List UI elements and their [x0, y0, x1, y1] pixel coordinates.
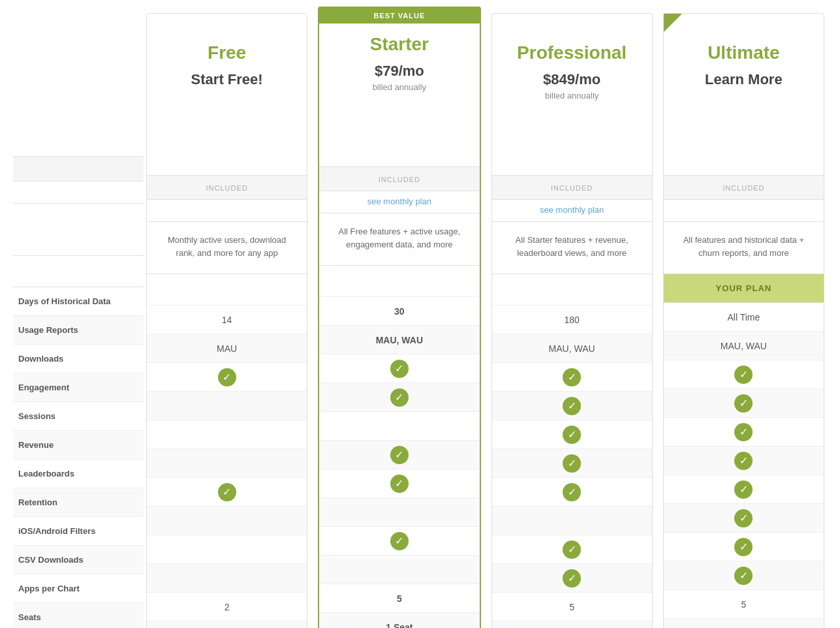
plan-header-starter: Starter$79/mobilled annually — [319, 24, 479, 167]
your-plan-badge: YOUR PLAN — [664, 274, 824, 303]
label-your-plan-spacer — [13, 256, 144, 287]
plan-header-ultimate: UltimateLearn More — [664, 32, 824, 176]
plan-header-professional: Professional$849/mobilled annually — [492, 32, 652, 176]
checkmark-icon-free-leaderboards — [218, 483, 236, 501]
plan-billing-starter: billed annually — [373, 82, 426, 92]
cell-ultimate-engagement — [664, 389, 824, 418]
checkmark-icon-ultimate-downloads — [734, 366, 753, 384]
checkmark-icon-ultimate-csv_downloads — [734, 567, 753, 585]
included-section-professional: INCLUDED — [492, 176, 652, 200]
label-features-spacer — [13, 204, 144, 256]
your-plan-spacer-professional — [492, 274, 652, 306]
included-label-starter: INCLUDED — [379, 176, 420, 183]
cell-starter-seats: 1 Seat — [319, 613, 479, 628]
cell-professional-days_historical: 180 — [492, 306, 652, 334]
cell-professional-apps_per_chart: 5 — [492, 593, 652, 621]
cell-ultimate-apps_per_chart: 5 — [664, 590, 824, 619]
cell-ultimate-days_historical: All Time — [664, 303, 824, 332]
banner-spacer — [664, 14, 824, 32]
plan-price-professional: $849/mo — [543, 71, 600, 88]
cell-free-downloads — [147, 363, 307, 392]
plan-price-starter: $79/mo — [375, 63, 424, 80]
cell-starter-csv_downloads — [319, 556, 479, 584]
checkmark-icon-professional-downloads — [563, 368, 581, 386]
included-label-ultimate: INCLUDED — [723, 184, 764, 192]
checkmark-icon-ultimate-revenue — [734, 452, 753, 470]
see-monthly-ultimate — [664, 200, 824, 222]
plan-cta-ultimate[interactable]: Learn More — [705, 71, 783, 88]
label-row-days_historical: Days of Historical Data — [13, 287, 144, 316]
cell-ultimate-leaderboards — [664, 475, 824, 504]
label-row-engagement: Engagement — [13, 373, 144, 402]
cell-ultimate-revenue — [664, 447, 824, 475]
included-section-free: INCLUDED — [147, 176, 307, 200]
see-monthly-professional[interactable]: see monthly plan — [492, 200, 652, 222]
cell-free-engagement — [147, 392, 307, 420]
cell-ultimate-sessions — [664, 418, 824, 447]
plan-col-ultimate: UltimateLearn MoreINCLUDEDAll features a… — [663, 13, 824, 628]
cell-free-csv_downloads — [147, 564, 307, 593]
features-desc-ultimate: All features and historical data + churn… — [664, 222, 824, 274]
cell-professional-seats: 1 Seat — [492, 621, 652, 628]
cell-starter-retention — [319, 498, 479, 527]
plan-col-starter: BEST VALUEStarter$79/mobilled annuallyIN… — [318, 7, 480, 628]
cell-ultimate-seats: Multiple Seats — [664, 619, 824, 628]
cell-free-seats: 1 Seat — [147, 621, 307, 628]
cell-starter-sessions — [319, 412, 479, 441]
labels-column: Days of Historical DataUsage ReportsDown… — [13, 13, 144, 628]
cell-professional-ios_android_filters — [492, 535, 652, 564]
checkmark-icon-ultimate-ios_android_filters — [734, 538, 753, 556]
cell-free-days_historical: 14 — [147, 306, 307, 334]
cell-professional-revenue — [492, 449, 652, 478]
included-section-starter: INCLUDED — [319, 167, 479, 191]
label-row-sessions: Sessions — [13, 402, 144, 431]
cell-professional-usage_reports: MAU, WAU — [492, 334, 652, 363]
features-desc-free: Monthly active users, download rank, and… — [147, 222, 307, 274]
label-row-seats: Seats — [13, 603, 144, 628]
checkmark-icon-starter-revenue — [390, 446, 409, 464]
see-monthly-free — [147, 200, 307, 222]
checkmark-icon-professional-leaderboards — [563, 483, 581, 501]
cell-starter-days_historical: 30 — [319, 297, 479, 326]
plan-name-starter: Starter — [370, 34, 429, 55]
cell-free-sessions — [147, 420, 307, 449]
included-label-professional: INCLUDED — [551, 184, 593, 192]
plan-name-professional: Professional — [517, 42, 627, 63]
plan-name-ultimate: Ultimate — [708, 42, 779, 63]
checkmark-icon-starter-leaderboards — [390, 475, 409, 493]
included-label-free: INCLUDED — [206, 184, 248, 192]
label-see-monthly-spacer — [13, 181, 144, 204]
plan-cta-free[interactable]: Start Free! — [191, 71, 263, 88]
cell-ultimate-usage_reports: MAU, WAU — [664, 332, 824, 360]
checkmark-icon-ultimate-leaderboards — [734, 480, 753, 499]
banner-spacer — [492, 14, 652, 32]
plan-name-free: Free — [208, 42, 246, 63]
cell-professional-sessions — [492, 420, 652, 449]
checkmark-icon-professional-ios_android_filters — [563, 541, 581, 559]
plan-col-professional: Professional$849/mobilled annuallyINCLUD… — [491, 13, 653, 628]
label-included-spacer — [13, 157, 144, 181]
cell-starter-downloads — [319, 354, 479, 383]
label-row-downloads: Downloads — [13, 345, 144, 373]
checkmark-icon-starter-engagement — [390, 388, 409, 407]
plan-header-free: FreeStart Free! — [147, 32, 307, 176]
cell-free-ios_android_filters — [147, 535, 307, 564]
see-monthly-starter[interactable]: see monthly plan — [319, 191, 479, 213]
cell-professional-csv_downloads — [492, 564, 652, 593]
label-row-retention: Retention — [13, 488, 144, 517]
label-row-csv_downloads: CSV Downloads — [13, 546, 144, 574]
cell-professional-leaderboards — [492, 478, 652, 507]
checkmark-icon-ultimate-sessions — [734, 423, 753, 441]
corner-triangle — [664, 14, 682, 32]
checkmark-icon-ultimate-retention — [734, 509, 753, 527]
your-plan-spacer-starter — [319, 266, 479, 297]
cell-starter-leaderboards — [319, 469, 479, 498]
cell-professional-retention — [492, 507, 652, 535]
checkmark-icon-starter-downloads — [390, 360, 409, 378]
checkmark-icon-free-downloads — [218, 368, 236, 386]
cell-starter-ios_android_filters — [319, 527, 479, 556]
cell-free-leaderboards — [147, 478, 307, 507]
checkmark-icon-professional-revenue — [563, 454, 581, 473]
checkmark-icon-professional-csv_downloads — [563, 569, 581, 588]
features-desc-professional: All Starter features + revenue, leaderbo… — [492, 222, 652, 274]
